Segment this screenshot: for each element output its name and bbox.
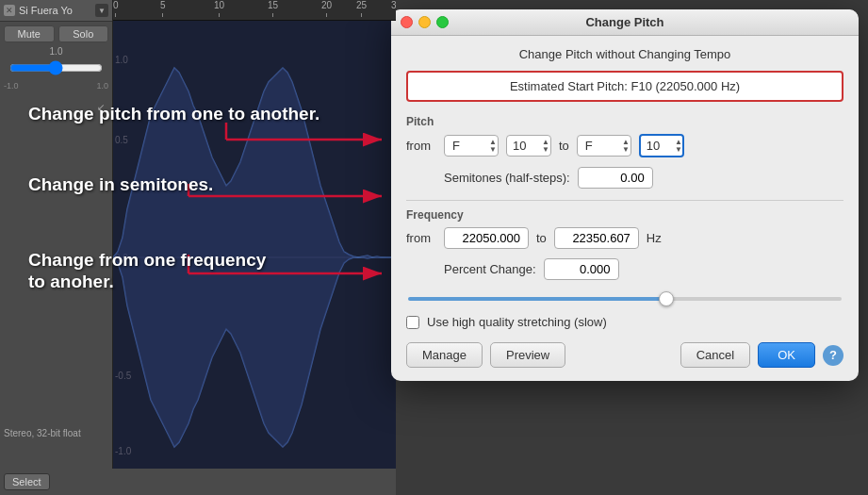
svg-text:0.5: 0.5	[115, 135, 128, 145]
manage-button[interactable]: Manage	[406, 342, 483, 368]
to-octave-wrap: ▲▼	[639, 134, 684, 157]
pitch-from-label: from	[406, 139, 436, 153]
freq-from-label: from	[406, 231, 436, 245]
gain-slider[interactable]	[9, 60, 104, 75]
dialog-titlebar: Change Pitch	[391, 9, 859, 36]
svg-text:-0.5: -0.5	[115, 371, 132, 381]
audacity-background: 0 5 10 15 20 25	[0, 0, 396, 495]
pitch-to-label: to	[559, 139, 569, 153]
waveform: 1.0 0.5 0.0 -0.5 -1.0	[113, 21, 396, 495]
volume-label: 1.0	[4, 46, 108, 57]
ruler-mark-30: 30	[391, 0, 396, 20]
ok-button[interactable]: OK	[758, 342, 815, 368]
pitch-change-slider[interactable]	[408, 297, 842, 301]
ruler-mark-0: 0	[113, 0, 119, 20]
freq-to-label: to	[536, 231, 547, 245]
ruler-mark-25: 25	[356, 0, 367, 20]
from-note-select[interactable]: FCDEGAB	[444, 135, 499, 157]
svg-text:1.0: 1.0	[115, 55, 128, 65]
titlebar-minimize-button[interactable]	[418, 16, 431, 28]
ruler: 0 5 10 15 20 25	[113, 0, 396, 21]
freq-to-input[interactable]	[554, 227, 639, 249]
bottom-toolbar: Select	[0, 469, 396, 495]
select-tool-button[interactable]: Select	[4, 473, 50, 490]
ruler-mark-5: 5	[160, 0, 166, 20]
estimated-pitch-display: Estimated Start Pitch: F10 (22050.000 Hz…	[406, 71, 843, 102]
frequency-section-label: Frequency	[406, 208, 843, 222]
track-name: Si Fuera Yo	[19, 5, 95, 16]
mute-button[interactable]: Mute	[4, 25, 55, 42]
to-note-select[interactable]: FCDEGAB	[577, 135, 631, 157]
semitones-row: Semitones (half-steps):	[406, 167, 843, 189]
buttons-row: Manage Preview Cancel OK ?	[406, 342, 843, 368]
frequency-row: from to Hz	[406, 227, 843, 249]
preview-button[interactable]: Preview	[490, 342, 565, 368]
ruler-mark-20: 20	[321, 0, 332, 20]
from-octave-wrap: ▲▼	[506, 135, 551, 157]
semitones-input[interactable]	[578, 167, 653, 189]
pitch-section-label: Pitch	[406, 115, 843, 128]
dialog-subtitle: Change Pitch without Changing Tempo	[406, 47, 843, 61]
change-pitch-dialog: Change Pitch Change Pitch without Changi…	[391, 9, 859, 381]
format-info: Stereo, 32-bit float	[4, 428, 81, 438]
frequency-section: Frequency from to Hz Percent Change:	[406, 208, 843, 280]
to-octave-input[interactable]	[639, 134, 684, 157]
dialog-title: Change Pitch	[585, 15, 663, 29]
to-note-select-wrapper: FCDEGAB ▲▼	[577, 135, 631, 157]
slider-row	[406, 289, 843, 304]
track-dropdown[interactable]: ▼	[95, 4, 108, 17]
percent-label: Percent Change:	[444, 262, 536, 276]
semitones-label: Semitones (half-steps):	[444, 171, 570, 185]
percent-row: Percent Change:	[406, 258, 843, 280]
from-note-select-wrapper: FCDEGAB ▲▼	[444, 135, 499, 157]
track-header: ✕ Si Fuera Yo ▼ Mute Solo 1.0 -1.0 1.0 ↙…	[0, 0, 113, 495]
quality-label: Use high quality stretching (slow)	[427, 315, 607, 329]
titlebar-maximize-button[interactable]	[436, 16, 449, 28]
from-octave-input[interactable]	[506, 135, 551, 157]
titlebar-close-button[interactable]	[401, 16, 413, 28]
freq-hz-label: Hz	[647, 231, 662, 245]
help-button[interactable]: ?	[823, 345, 843, 366]
cancel-button[interactable]: Cancel	[680, 342, 750, 368]
svg-text:-1.0: -1.0	[115, 446, 132, 456]
section-divider	[406, 200, 843, 201]
ruler-mark-10: 10	[214, 0, 224, 20]
percent-input[interactable]	[544, 258, 619, 280]
track-close-icon[interactable]: ✕	[4, 5, 15, 16]
ruler-mark-15: 15	[268, 0, 278, 20]
quality-checkbox[interactable]	[406, 316, 419, 329]
solo-button[interactable]: Solo	[58, 25, 109, 42]
quality-row: Use high quality stretching (slow)	[406, 315, 843, 329]
pitch-row: from FCDEGAB ▲▼ ▲▼ to FCDEGAB	[406, 134, 843, 157]
freq-from-input[interactable]	[444, 227, 529, 249]
